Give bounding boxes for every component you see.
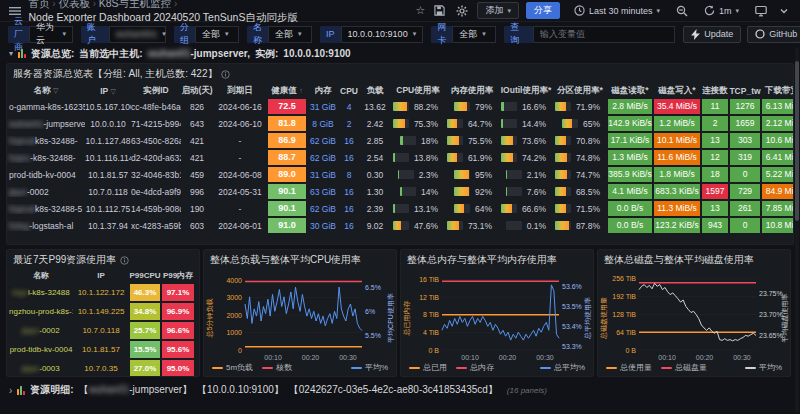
legend-item[interactable]: 平均%: [745, 362, 782, 373]
filter-value-dropdown[interactable]: wuhan001▾: [109, 26, 166, 43]
chart-title[interactable]: 整体总磁盘与整体平均磁盘使用率: [598, 250, 790, 269]
column-header[interactable]: 健康值 ↑: [267, 85, 307, 97]
overview-section-header[interactable]: ▾ 资源总览: 当前选中主机: wuhan01-jumpserver, 实例: …: [0, 46, 800, 61]
column-header[interactable]: 磁盘写入*: [653, 85, 701, 97]
server-table-title[interactable]: 服务器资源总览表【分组: All, 主机总数: 422】: [7, 64, 793, 83]
filter-value-dropdown[interactable]: 全部▾: [195, 26, 239, 43]
variable-filter-名称[interactable]: 名称 全部▾: [247, 26, 312, 43]
svg-text:00:10: 00:10: [461, 354, 479, 361]
column-header[interactable]: 磁盘读取*: [607, 85, 653, 97]
svg-text:53.6%: 53.6%: [562, 283, 582, 290]
github-button[interactable]: GitHub: [747, 26, 800, 43]
column-header[interactable]: 下载带宽: [761, 85, 794, 97]
chart-legend: 总已用 总内存 总平均%: [409, 362, 585, 373]
column-header[interactable]: CPU使用率: [391, 85, 445, 97]
filter-value-dropdown[interactable]: 10.0.0.10:9100▾: [341, 26, 424, 43]
mini-gauge: [454, 170, 470, 179]
svg-text:0 B: 0 B: [428, 347, 439, 354]
table-row[interactable]: hzprodk8s-32488- 10.1.127.4863-450c-826a…: [7, 132, 793, 149]
disk-chart[interactable]: 0 B64 TiB128 TiB192 TiB256 TiB23.65%23.7…: [605, 269, 785, 363]
table-row[interactable]: prod-tidb-kv-0004 10.1.81.5732-4046-83b1…: [7, 166, 793, 183]
column-header[interactable]: 负载: [359, 85, 391, 97]
table-row[interactable]: hzlog-logstash-al 10.1.37.94xc-4283-a59b…: [7, 217, 793, 234]
column-header[interactable]: 启动(天): [181, 85, 213, 97]
save-dashboard-icon[interactable]: [431, 3, 447, 19]
update-button[interactable]: Update: [683, 26, 741, 43]
chart-title[interactable]: 整体总内存与整体平均内存使用率: [401, 250, 593, 269]
column-header[interactable]: IP: [73, 269, 129, 283]
section-collapsed-chevron-icon[interactable]: ›: [9, 385, 12, 396]
column-header[interactable]: IP ▽: [85, 86, 131, 96]
variable-filter-分组[interactable]: 分组 全部▾: [174, 26, 239, 43]
add-panel-button[interactable]: 添加▾: [477, 2, 519, 19]
table-row[interactable]: wuhan01-jumpserver 10.0.0.1071-4215-b994…: [7, 115, 793, 132]
navbar-collapse-chevron-icon[interactable]: [776, 3, 792, 19]
column-header[interactable]: 内存使用率: [445, 85, 499, 97]
breadcrumb-separator: ›: [90, 0, 99, 9]
column-header[interactable]: 分区使用率*: [553, 85, 607, 97]
legend-item[interactable]: 5m负载: [212, 362, 253, 373]
table-row[interactable]: jiqun-0002 10.7.0.1180e-4dcd-a9f9-f09962…: [7, 183, 793, 200]
variable-search-input[interactable]: [533, 26, 675, 43]
breadcrumb-item[interactable]: K8S与主机监控: [99, 0, 171, 9]
legend-item[interactable]: 总平均%: [540, 362, 585, 373]
share-button[interactable]: 分享: [526, 2, 560, 19]
chart-title[interactable]: 整体总负载与整体平均CPU使用率: [204, 250, 396, 269]
table-row[interactable]: o-gamma-k8s-16235 10.5.167.100cc-48fe-b4…: [7, 98, 793, 115]
favorite-star-icon[interactable]: ☆: [416, 4, 426, 17]
detail-instance: 【10.0.0.10:9100】: [197, 383, 284, 397]
p99-panel-title[interactable]: 最近7天P99资源使用率: [7, 250, 199, 269]
overview-host-redacted: wuhan01: [148, 48, 191, 59]
column-header[interactable]: 到期日: [213, 85, 267, 97]
filter-value-dropdown[interactable]: 全部▾: [452, 26, 496, 43]
legend-item[interactable]: 平均%: [351, 362, 388, 373]
scrollbar-thumb[interactable]: [795, 61, 799, 221]
column-header[interactable]: 实例ID: [131, 85, 181, 97]
p99-row[interactable]: jiqun-0003 10.7.0.35 27.0% 95.0%: [7, 359, 199, 377]
table-row[interactable]: hzprodk8s-32488-5 10.1.112.7514-459b-908…: [7, 200, 793, 217]
variable-filter-账户[interactable]: 账户 wuhan001▾: [81, 26, 166, 43]
column-header[interactable]: 内存: [307, 85, 339, 97]
p99-row[interactable]: jiqun-0002 10.7.0.118 25.7% 96.6%: [7, 321, 199, 340]
section-expanded-chevron-icon[interactable]: ▾: [9, 49, 13, 58]
legend-item[interactable]: 总磁盘量: [661, 362, 707, 373]
mini-gauge: [555, 136, 571, 145]
time-range-picker[interactable]: Last 30 minutes▾: [567, 2, 667, 19]
breadcrumb-item[interactable]: 首页: [28, 0, 49, 9]
right-axis-label: 总平均使用率: [583, 290, 593, 346]
column-header[interactable]: P99内存: [161, 269, 195, 283]
variable-filter-云厂商[interactable]: 云厂商 华为云▾: [8, 26, 73, 43]
kiosk-mode-monitor-icon[interactable]: [753, 3, 769, 19]
zoom-out-time-icon[interactable]: [674, 3, 690, 19]
detail-section-header[interactable]: › 资源明细: 【wuhan01-jumpserver】 【10.0.0.10:…: [9, 383, 791, 397]
filter-label: 云厂商: [8, 26, 29, 43]
legend-item[interactable]: 总使用量: [606, 362, 652, 373]
server-table-header: 名称 ▽IP ▽实例ID启动(天)到期日健康值 ↑内存CPU负载CPU使用率内存…: [7, 83, 793, 98]
column-header[interactable]: CPU: [339, 86, 359, 96]
column-header[interactable]: 名称 ▽: [7, 85, 85, 97]
p99-row[interactable]: hzprl-k8s-32488 10.1.122.172 46.3% 97.1%: [7, 283, 199, 302]
filter-value-dropdown[interactable]: 华为云▾: [29, 26, 73, 43]
column-header[interactable]: IOutil使用率*: [499, 85, 553, 97]
filter-value-dropdown[interactable]: 全部▾: [268, 26, 312, 43]
table-row[interactable]: hzpro-k8s-32488- 10.1.116.114d2-420d-a63…: [7, 149, 793, 166]
load-cpu-chart[interactable]: 010002000300040005.5%6%6.5%00:1000:2000:…: [211, 269, 391, 363]
page-scrollbar[interactable]: [795, 47, 799, 412]
mini-gauge: [562, 119, 578, 128]
variable-filter-网卡[interactable]: 网卡 全部▾: [431, 26, 496, 43]
dashboard-settings-gear-icon[interactable]: [454, 3, 470, 19]
column-header[interactable]: 名称: [9, 269, 73, 283]
memory-chart[interactable]: 0 B4 TiB8 TiB12 TiB16 TiB53.3%53.4%53.5%…: [408, 269, 588, 363]
p99-row[interactable]: ngzhou-prod-k8s-1 10.1.149.225 34.8% 96.…: [7, 302, 199, 321]
legend-item[interactable]: 核数: [262, 362, 292, 373]
legend-item[interactable]: 总已用: [409, 362, 447, 373]
variable-filter-IP[interactable]: IP 10.0.0.10:9100▾: [320, 26, 423, 43]
svg-text:53.5%: 53.5%: [562, 303, 582, 310]
legend-item[interactable]: 总内存: [456, 362, 494, 373]
column-header[interactable]: TCP_tw: [729, 86, 761, 96]
breadcrumb-item[interactable]: 仪表板: [58, 0, 90, 9]
column-header[interactable]: P99CPU: [129, 269, 161, 283]
column-header[interactable]: 连接数: [701, 85, 729, 97]
p99-row[interactable]: prod-tidb-kv-0004 10.1.81.57 15.5% 95.6%: [7, 340, 199, 359]
refresh-button[interactable]: 1m▾: [697, 2, 746, 19]
